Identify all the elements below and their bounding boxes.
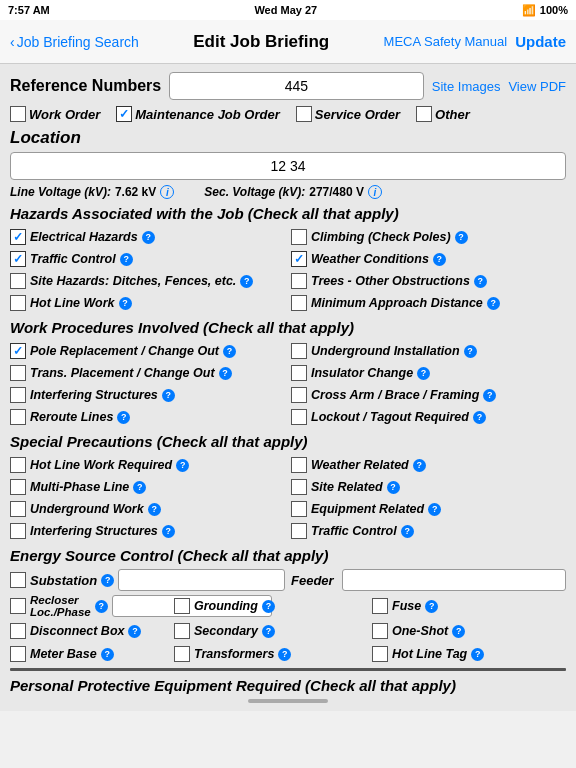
esc-oneshot-help[interactable]: ?	[452, 625, 465, 638]
sp-interfering-checkbox[interactable]	[10, 523, 26, 539]
sp-interfering-help[interactable]: ?	[162, 525, 175, 538]
esc-grounding-checkbox[interactable]	[174, 598, 190, 614]
wp-pole-replacement-checkbox[interactable]	[10, 343, 26, 359]
hazard-hotline[interactable]: Hot Line Work ?	[10, 293, 285, 313]
wp-lockout-help[interactable]: ?	[473, 411, 486, 424]
wp-pole-replacement[interactable]: Pole Replacement / Change Out ?	[10, 341, 285, 361]
sp-site-help[interactable]: ?	[387, 481, 400, 494]
sp-traffic-help[interactable]: ?	[401, 525, 414, 538]
hazard-trees[interactable]: Trees - Other Obstructions ?	[291, 271, 566, 291]
wp-lockout-checkbox[interactable]	[291, 409, 307, 425]
sp-multiphase-help[interactable]: ?	[133, 481, 146, 494]
service-order-checkbox-item[interactable]: Service Order	[296, 106, 400, 122]
esc-hotline-tag-help[interactable]: ?	[471, 648, 484, 661]
sp-hotline-required-checkbox[interactable]	[10, 457, 26, 473]
sp-weather[interactable]: Weather Related ?	[291, 455, 566, 475]
esc-disconnect-help[interactable]: ?	[128, 625, 141, 638]
wp-underground-install-help[interactable]: ?	[464, 345, 477, 358]
esc-fuse-checkbox[interactable]	[372, 598, 388, 614]
other-checkbox-item[interactable]: Other	[416, 106, 470, 122]
hazard-mad[interactable]: Minimum Approach Distance ?	[291, 293, 566, 313]
esc-secondary-help[interactable]: ?	[262, 625, 275, 638]
wp-trans-help[interactable]: ?	[219, 367, 232, 380]
service-order-checkbox[interactable]	[296, 106, 312, 122]
hazard-site-checkbox[interactable]	[10, 273, 26, 289]
hazard-mad-help[interactable]: ?	[487, 297, 500, 310]
esc-grounding[interactable]: Grounding ?	[174, 596, 368, 616]
wp-insulator-help[interactable]: ?	[417, 367, 430, 380]
maint-job-order-checkbox-item[interactable]: Maintenance Job Order	[116, 106, 279, 122]
hazard-weather-help[interactable]: ?	[433, 253, 446, 266]
sp-hotline-help[interactable]: ?	[176, 459, 189, 472]
esc-feeder-input[interactable]	[342, 569, 566, 591]
esc-disconnect[interactable]: Disconnect Box ?	[10, 621, 170, 641]
hazard-climbing-checkbox[interactable]	[291, 229, 307, 245]
hazard-electrical-help[interactable]: ?	[142, 231, 155, 244]
sp-equipment-help[interactable]: ?	[428, 503, 441, 516]
wp-trans-placement-checkbox[interactable]	[10, 365, 26, 381]
sp-site-checkbox[interactable]	[291, 479, 307, 495]
hazard-hotline-checkbox[interactable]	[10, 295, 26, 311]
wp-crossarm[interactable]: Cross Arm / Brace / Framing ?	[291, 385, 566, 405]
wp-crossarm-help[interactable]: ?	[483, 389, 496, 402]
work-order-checkbox-item[interactable]: Work Order	[10, 106, 100, 122]
safety-manual-link[interactable]: MECA Safety Manual	[384, 34, 508, 49]
esc-secondary-checkbox[interactable]	[174, 623, 190, 639]
esc-meter-checkbox[interactable]	[10, 646, 26, 662]
esc-recloser-checkbox[interactable]	[10, 598, 26, 614]
hazard-mad-checkbox[interactable]	[291, 295, 307, 311]
esc-grounding-help[interactable]: ?	[262, 600, 275, 613]
hazard-traffic-checkbox[interactable]	[10, 251, 26, 267]
hazard-climbing[interactable]: Climbing (Check Poles) ?	[291, 227, 566, 247]
hazard-weather[interactable]: Weather Conditions ?	[291, 249, 566, 269]
sp-underground[interactable]: Underground Work ?	[10, 499, 285, 519]
esc-transformers-checkbox[interactable]	[174, 646, 190, 662]
hazard-electrical-checkbox[interactable]	[10, 229, 26, 245]
esc-substation-help[interactable]: ?	[101, 574, 114, 587]
site-images-link[interactable]: Site Images	[432, 79, 501, 94]
hazard-trees-help[interactable]: ?	[474, 275, 487, 288]
sp-hotline-required[interactable]: Hot Line Work Required ?	[10, 455, 285, 475]
sp-multiphase[interactable]: Multi-Phase Line ?	[10, 477, 285, 497]
back-button[interactable]: ‹ Job Briefing Search	[10, 34, 139, 50]
sp-traffic-checkbox[interactable]	[291, 523, 307, 539]
wp-interfering-help[interactable]: ?	[162, 389, 175, 402]
sp-equipment[interactable]: Equipment Related ?	[291, 499, 566, 519]
sp-interfering[interactable]: Interfering Structures ?	[10, 521, 285, 541]
wp-underground-install-checkbox[interactable]	[291, 343, 307, 359]
wp-insulator-checkbox[interactable]	[291, 365, 307, 381]
view-pdf-link[interactable]: View PDF	[508, 79, 566, 94]
sp-weather-help[interactable]: ?	[413, 459, 426, 472]
wp-interfering[interactable]: Interfering Structures ?	[10, 385, 285, 405]
esc-meter[interactable]: Meter Base ?	[10, 644, 170, 664]
esc-substation-checkbox[interactable]	[10, 572, 26, 588]
esc-fuse[interactable]: Fuse ?	[372, 596, 566, 616]
update-button[interactable]: Update	[515, 33, 566, 50]
wp-insulator[interactable]: Insulator Change ?	[291, 363, 566, 383]
esc-hotline-tag[interactable]: Hot Line Tag ?	[372, 644, 566, 664]
esc-transformers[interactable]: Transformers ?	[174, 644, 368, 664]
hazard-climbing-help[interactable]: ?	[455, 231, 468, 244]
esc-disconnect-checkbox[interactable]	[10, 623, 26, 639]
sp-traffic[interactable]: Traffic Control ?	[291, 521, 566, 541]
wp-pole-help[interactable]: ?	[223, 345, 236, 358]
wp-lockout[interactable]: Lockout / Tagout Required ?	[291, 407, 566, 427]
sp-underground-checkbox[interactable]	[10, 501, 26, 517]
esc-hotline-tag-checkbox[interactable]	[372, 646, 388, 662]
reference-input[interactable]	[169, 72, 424, 100]
hazard-hotline-help[interactable]: ?	[119, 297, 132, 310]
esc-transformers-help[interactable]: ?	[278, 648, 291, 661]
other-checkbox[interactable]	[416, 106, 432, 122]
wp-trans-placement[interactable]: Trans. Placement / Change Out ?	[10, 363, 285, 383]
wp-reroute-help[interactable]: ?	[117, 411, 130, 424]
wp-underground-install[interactable]: Underground Installation ?	[291, 341, 566, 361]
hazard-weather-checkbox[interactable]	[291, 251, 307, 267]
maint-job-order-checkbox[interactable]	[116, 106, 132, 122]
sec-voltage-info-icon[interactable]: i	[368, 185, 382, 199]
esc-oneshot[interactable]: One-Shot ?	[372, 621, 566, 641]
hazard-electrical[interactable]: Electrical Hazards ?	[10, 227, 285, 247]
esc-secondary[interactable]: Secondary ?	[174, 621, 368, 641]
sp-equipment-checkbox[interactable]	[291, 501, 307, 517]
sp-weather-checkbox[interactable]	[291, 457, 307, 473]
line-voltage-info-icon[interactable]: i	[160, 185, 174, 199]
